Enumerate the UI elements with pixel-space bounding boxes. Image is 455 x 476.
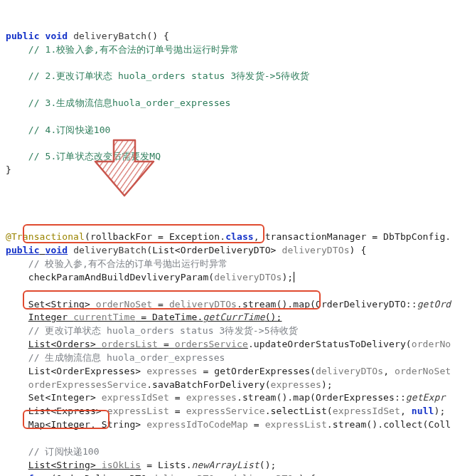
code-line: // 3.生成物流信息huola_order_expresses — [6, 97, 230, 108]
code-line: Integer currentTime = DateTime.getCurrTi… — [6, 312, 282, 322]
code-line: orderExpressesService.savaBatchForDelive… — [6, 379, 333, 390]
code-line: Map<Integer, String> expressIdToCodeMap … — [6, 419, 451, 430]
code-line: // 更改订单状态 huola_orders status 3待发货->5待收货 — [6, 325, 298, 336]
code-line: List<OrderExpresses> expresses = getOrde… — [6, 366, 451, 376]
code-line: // 5.订单状态改变后需要发MQ — [6, 151, 161, 162]
code-line: } — [6, 164, 11, 175]
code-line: public void deliveryBatch(List<OrderDeli… — [6, 245, 366, 255]
code-line: Set<String> orderNoSet = deliveryDTOs.st… — [6, 299, 451, 310]
code-line: List<Express> expressList = expressServi… — [6, 406, 445, 416]
code-line: for (OrderDeliveryDTO deliveryDTO : deli… — [6, 473, 316, 476]
code-line: List<String> isOkLis = Lists.newArrayLis… — [6, 460, 277, 470]
code-line: @Transactional(rollbackFor = Exception.c… — [6, 231, 451, 242]
code-line: public void deliveryBatch() { — [6, 31, 169, 41]
code-line: Set<Integer> expressIdSet = expresses.st… — [6, 392, 445, 403]
code-editor: public void deliveryBatch() { // 1.校验入参,… — [0, 0, 455, 476]
code-line: // 4.订阅快递100 — [6, 125, 111, 135]
code-line: // 1.校验入参,有不合法的订单号抛出运行时异常 — [6, 44, 239, 55]
code-line: // 校验入参,有不合法的订单号抛出运行时异常 — [6, 258, 228, 269]
code-line: // 2.更改订单状态 huola_orders status 3待发货->5待… — [6, 70, 309, 81]
code-line: List<Orders> ordersList = ordersService.… — [6, 339, 451, 349]
code-line: checkParamAndBuildDevliveryParam(deliver… — [6, 272, 294, 282]
code-line: // 生成物流信息 huola_order_expresses — [6, 352, 225, 363]
code-line: // 订阅快递100 — [6, 446, 100, 457]
